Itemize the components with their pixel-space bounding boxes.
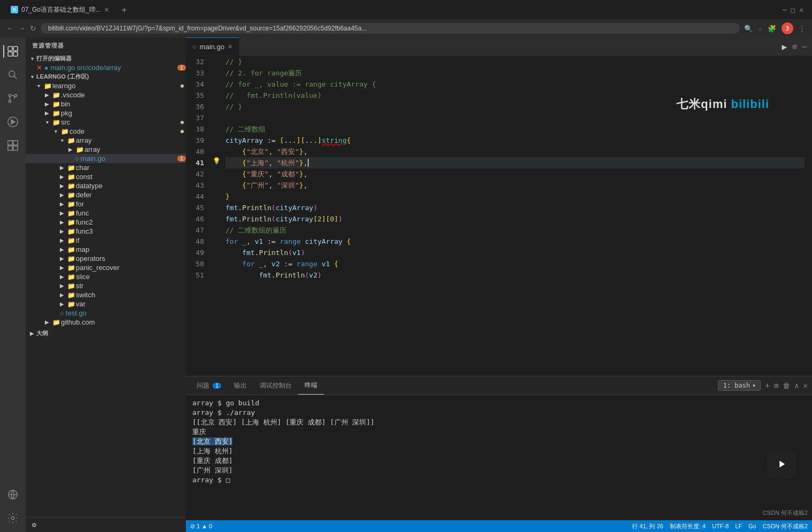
editor-area: ○ main.go ✕ ▶ ⊞ ⋯ 3233343536 37383940 41…	[186, 37, 812, 532]
back-button[interactable]: ←	[6, 24, 14, 33]
language-status[interactable]: Go	[748, 523, 756, 529]
tab-close-icon[interactable]: ✕	[228, 43, 232, 50]
sidebar-item-array-subfolder[interactable]: ▶ 📁 array	[26, 145, 186, 154]
sidebar-item-for[interactable]: ▶ 📁 for	[26, 199, 186, 209]
search-activity-icon[interactable]	[3, 65, 22, 84]
active-tab[interactable]: B 07_Go语言基础之数组_哔... ✕	[4, 2, 115, 18]
sidebar-item-learngo[interactable]: ▾ 📁 learngo	[26, 81, 186, 90]
settings-button[interactable]: ⚙	[26, 517, 186, 532]
outline-section[interactable]: ▶ 大纲	[26, 329, 186, 338]
scrollbar-track[interactable]	[805, 56, 812, 376]
sidebar-item-datatype[interactable]: ▶ 📁 datatype	[26, 181, 186, 190]
source-control-icon[interactable]	[3, 89, 22, 108]
tab-terminal[interactable]: 终端	[298, 376, 324, 395]
sidebar-item-const[interactable]: ▶ 📁 const	[26, 172, 186, 181]
tab-size-status[interactable]: 制表符长度: 4	[670, 522, 706, 530]
search-icon[interactable]: 🔍	[744, 25, 753, 33]
bin-arrow: ▶	[43, 101, 51, 107]
main-go-icon: ○	[75, 155, 79, 163]
split-terminal-button[interactable]: ⊞	[774, 381, 778, 390]
switch-label: switch	[76, 291, 186, 299]
sidebar-item-pkg[interactable]: ▶ 📁 pkg	[26, 109, 186, 118]
errors-status[interactable]: ⊘ 1 ▲ 0	[190, 523, 212, 530]
new-tab-button[interactable]: +	[118, 5, 131, 15]
workspace-arrow: ▾	[28, 74, 36, 80]
for-icon: 📁	[66, 201, 76, 208]
sidebar-item-bin[interactable]: ▶ 📁 bin	[26, 99, 186, 109]
sidebar-item-str[interactable]: ▶ 📁 str	[26, 281, 186, 290]
eol-status[interactable]: LF	[735, 523, 742, 529]
more-actions-icon[interactable]: ⋯	[802, 42, 807, 51]
tab-close-button[interactable]: ✕	[104, 6, 109, 13]
modified-dot	[181, 84, 184, 88]
terminal-line: array $ go build	[192, 398, 806, 408]
sidebar-item-main-go[interactable]: ▶ ○ main.go 1	[26, 154, 186, 163]
sidebar-item-if[interactable]: ▶ 📁 if	[26, 236, 186, 245]
sidebar-item-func2[interactable]: ▶ 📁 func2	[26, 218, 186, 227]
maximize-panel-button[interactable]: ∧	[794, 381, 799, 390]
sidebar-item-func3[interactable]: ▶ 📁 func3	[26, 227, 186, 236]
sidebar-item-map[interactable]: ▶ 📁 map	[26, 245, 186, 254]
address-bar[interactable]	[41, 23, 740, 34]
tab-debug-console[interactable]: 调试控制台	[253, 376, 298, 395]
reload-button[interactable]: ↻	[30, 24, 36, 33]
tab-output[interactable]: 输出	[228, 376, 253, 395]
shell-selector[interactable]: 1: bash ▾	[718, 380, 761, 391]
github-label: github.com	[61, 318, 186, 326]
tab-main-go[interactable]: ○ main.go ✕	[186, 37, 239, 56]
sidebar-item-code[interactable]: ▾ 📁 code	[26, 127, 186, 136]
sidebar-item-array-folder[interactable]: ▾ 📁 array	[26, 136, 186, 145]
bookmark-icon[interactable]: ☆	[758, 25, 762, 33]
terminal-content[interactable]: array $ go build array $ ./array [[北京 西安…	[186, 395, 812, 520]
video-overlay-button[interactable]	[767, 450, 796, 479]
code-line: cityArray := [...][...]string{	[225, 135, 805, 146]
extensions-activity-icon[interactable]	[3, 136, 22, 155]
remote-icon[interactable]	[3, 485, 22, 504]
close-panel-button[interactable]: ✕	[803, 381, 808, 390]
encoding-status[interactable]: UTF-8	[712, 523, 729, 529]
sidebar-item-github[interactable]: ▶ 📁 github.com	[26, 318, 186, 327]
vscode-folder-icon: 📁	[51, 91, 61, 99]
output-label: 输出	[234, 381, 247, 390]
sidebar-item-switch[interactable]: ▶ 📁 switch	[26, 290, 186, 299]
workspace-section[interactable]: ▾ LEARNGO (工作区)	[26, 72, 186, 81]
sidebar-item-defer[interactable]: ▶ 📁 defer	[26, 190, 186, 199]
sidebar-item-operators[interactable]: ▶ 📁 operators	[26, 254, 186, 263]
settings-icon: ⚙	[32, 521, 36, 529]
window-close-button[interactable]: ✕	[799, 6, 803, 14]
close-icon[interactable]: ✕	[36, 64, 42, 72]
array-sub-label: array	[84, 145, 186, 153]
sidebar-item-slice[interactable]: ▶ 📁 slice	[26, 272, 186, 281]
outline-arrow: ▶	[28, 330, 36, 336]
forward-button[interactable]: →	[18, 24, 26, 33]
add-terminal-button[interactable]: +	[765, 381, 769, 390]
sidebar-item-src[interactable]: ▾ 📁 src	[26, 118, 186, 127]
tab-problems[interactable]: 问题 1	[190, 376, 228, 395]
sidebar-item-vscode[interactable]: ▶ 📁 .vscode	[26, 90, 186, 99]
sidebar-header: 资源管理器	[26, 37, 186, 54]
explorer-icon[interactable]	[3, 42, 22, 61]
func-arrow: ▶	[58, 210, 66, 216]
open-file-item[interactable]: ✕ ● main.go src/code/array 1	[26, 63, 186, 72]
sidebar-item-panic-recover[interactable]: ▶ 📁 panic_recover	[26, 263, 186, 272]
settings-activity-icon[interactable]	[3, 508, 22, 528]
profile-icon[interactable]: 3	[782, 22, 793, 34]
window-minimize-button[interactable]: ─	[783, 6, 787, 14]
window-maximize-button[interactable]: □	[791, 6, 795, 14]
debug-icon[interactable]	[3, 112, 22, 132]
sidebar-item-func[interactable]: ▶ 📁 func	[26, 209, 186, 218]
sidebar-item-var[interactable]: ▶ 📁 var	[26, 299, 186, 309]
more-tools-icon[interactable]: ⋮	[799, 25, 806, 33]
extensions-icon[interactable]: 🧩	[768, 25, 776, 33]
line-col-status[interactable]: 行 41, 列 26	[632, 522, 663, 530]
open-editors-section[interactable]: ▾ 打开的编辑器	[26, 54, 186, 63]
play-icon[interactable]: ▶	[782, 42, 787, 52]
char-icon: 📁	[66, 164, 76, 172]
feedback-status[interactable]: CSDN 何不成栋2	[763, 522, 808, 530]
sidebar-item-test-go[interactable]: ▶ ○ test.go	[26, 309, 186, 318]
svg-rect-11	[8, 141, 12, 145]
split-editor-icon[interactable]: ⊞	[792, 42, 797, 51]
delete-terminal-button[interactable]: 🗑	[783, 381, 790, 390]
sidebar-item-char[interactable]: ▶ 📁 char	[26, 163, 186, 172]
lightbulb-icon[interactable]: 💡	[213, 157, 221, 165]
